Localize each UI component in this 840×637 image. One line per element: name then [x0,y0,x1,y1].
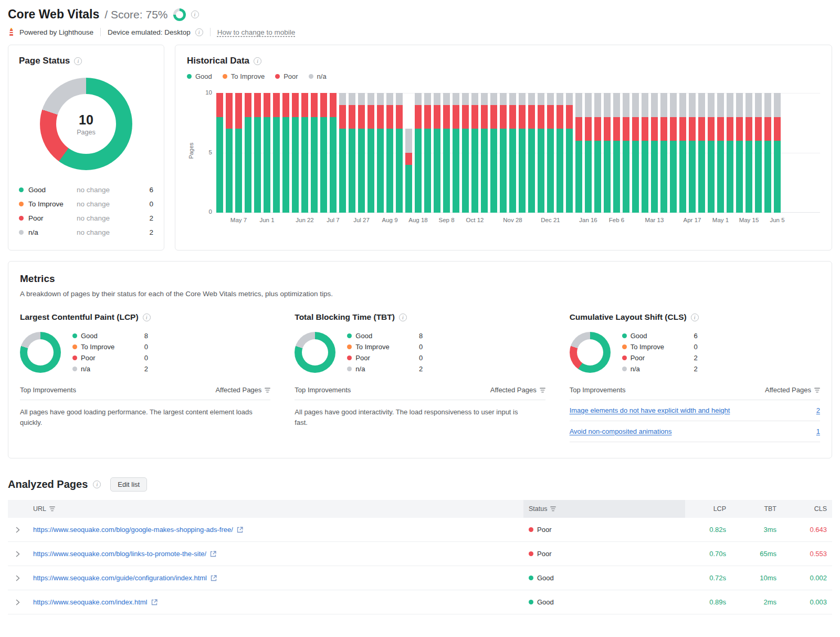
x-tick-label: Jun 5 [770,217,784,223]
info-icon[interactable] [143,314,151,321]
legend-value: 6 [141,186,153,194]
external-link-icon[interactable] [210,551,216,557]
column-header-tbt[interactable]: TBT [731,500,782,518]
external-link-icon[interactable] [211,575,217,581]
column-header-status[interactable]: Status [523,500,685,518]
x-axis-labels: May 7Jun 1Jun 22Jul 7Jul 27Aug 9Aug 18Se… [216,217,820,226]
status-dot-icon [529,576,533,580]
column-header-url[interactable]: URL [28,500,523,518]
metric-card: Largest Contentful Paint (LCP)Good8To Im… [20,312,270,442]
legend-value: 2 [141,228,153,236]
bar-segment [575,141,582,213]
bar-segment [651,141,658,213]
edit-list-button[interactable]: Edit list [110,477,147,492]
info-icon[interactable] [191,11,199,18]
affected-pages-count-link[interactable]: 2 [816,406,820,414]
affected-pages-label[interactable]: Affected Pages [765,386,820,394]
legend-label: Good [28,186,77,194]
improvement-link[interactable]: Image elements do not have explicit widt… [570,406,730,414]
history-bar [264,93,270,213]
bar-segment [538,129,544,213]
bar-segment [330,117,337,213]
affected-pages-label[interactable]: Affected Pages [490,386,545,394]
legend-label: Good [355,332,412,340]
bar-segment [292,117,299,213]
bar-segment [245,117,251,213]
row-expander-chevron-icon[interactable] [8,527,28,533]
bar-segment [698,141,705,213]
row-expander-chevron-icon[interactable] [8,575,28,581]
improvement-link[interactable]: Avoid non-composited animations [570,427,672,435]
bar-segment [566,129,573,213]
external-link-icon[interactable] [151,599,158,605]
metric-legend-item: n/a2 [72,363,270,374]
bar-segment [556,105,563,129]
column-header-lcp[interactable]: LCP [685,500,731,518]
info-icon[interactable] [254,57,261,65]
row-expander-chevron-icon[interactable] [8,599,28,605]
affected-pages-count-link[interactable]: 1 [816,427,820,435]
bar-segment [254,93,261,117]
bar-segment [556,93,563,105]
legend-label: Good [631,332,687,340]
legend-dot-icon [622,356,627,360]
bar-segment [519,105,526,129]
legend-dot-icon [187,74,192,79]
info-icon[interactable] [93,481,101,488]
table-row: https://www.seoquake.com/guide/configura… [8,566,832,590]
cls-value-cell: 0.002 [782,574,832,582]
history-bar [632,93,639,213]
page-url-link[interactable]: https://www.seoquake.com/index.html [33,598,148,606]
metric-title-row: Total Blocking Time (TBT) [295,312,545,322]
bar-segment [273,117,280,213]
history-bar [235,93,242,213]
column-header-cls[interactable]: CLS [782,500,832,518]
info-icon[interactable] [195,28,203,36]
score-label: / Score: 75% [104,8,167,21]
bar-segment [585,93,592,117]
bar-segment [717,117,724,141]
cls-value-cell: 0.553 [782,550,832,558]
bar-segment [301,93,308,117]
legend-value: 0 [687,343,698,351]
history-bar [604,93,611,213]
bar-segment [660,93,667,117]
bar-segment [764,141,771,213]
bar-segment [727,93,733,117]
bar-segment [481,93,488,105]
page-title: Core Web Vitals [8,7,99,22]
change-to-mobile-link[interactable]: How to change to mobile [217,28,296,36]
legend-label: To Improve [631,343,687,351]
page-url-link[interactable]: https://www.seoquake.com/blog/google-mak… [33,526,233,534]
historical-legend-item: To Improve [223,72,265,80]
row-expander-chevron-icon[interactable] [8,551,28,557]
info-icon[interactable] [399,314,407,321]
cls-value-cell: 0.003 [782,598,832,606]
history-bar [689,93,696,213]
page-url-link[interactable]: https://www.seoquake.com/guide/configura… [33,574,207,582]
bar-segment [320,117,327,213]
url-cell: https://www.seoquake.com/index.html [28,598,523,606]
affected-pages-label[interactable]: Affected Pages [215,386,270,394]
history-bar [254,93,261,213]
history-bar [727,93,733,213]
history-bar [509,93,516,213]
lcp-value-cell: 0.82s [685,526,731,534]
history-bar [226,93,233,213]
external-link-icon[interactable] [237,527,243,533]
table-header-expander [8,504,28,514]
bar-segment [405,129,412,153]
metric-legend: Good8To Improve0Poor0n/a2 [347,330,545,374]
history-bar [443,93,450,213]
bar-segment [396,129,403,213]
bar-segment [623,93,629,117]
legend-value: 2 [141,214,153,222]
page-url-link[interactable]: https://www.seoquake.com/blog/links-to-p… [33,550,206,558]
info-icon[interactable] [691,314,699,321]
history-bar [538,93,544,213]
x-tick-label: Aug 9 [382,217,397,223]
history-bar [717,93,724,213]
bar-segment [377,93,384,105]
legend-value: 2 [412,365,423,373]
info-icon[interactable] [74,57,82,65]
